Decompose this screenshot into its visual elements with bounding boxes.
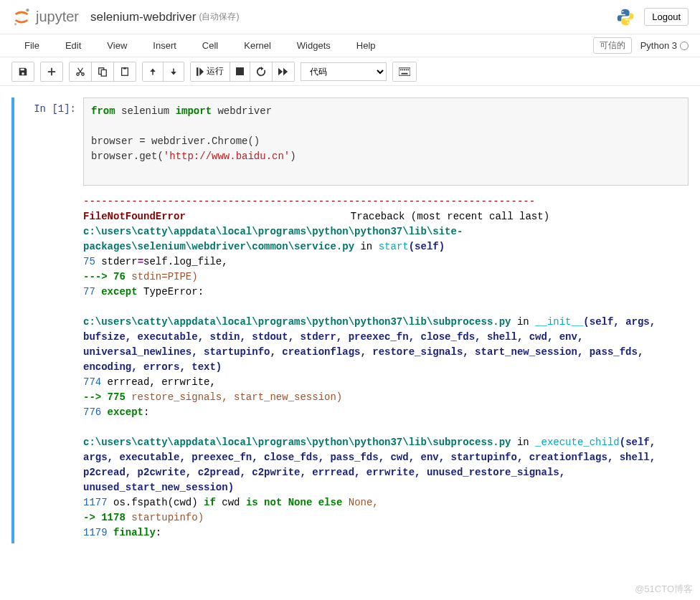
copy-icon	[98, 67, 108, 77]
svg-rect-7	[123, 67, 126, 69]
svg-point-1	[14, 23, 17, 26]
jupyter-icon	[11, 7, 32, 27]
python-icon	[615, 7, 635, 27]
svg-rect-9	[236, 67, 244, 75]
arrow-down-icon	[169, 67, 178, 76]
menu-help[interactable]: Help	[344, 37, 389, 54]
menubar: File Edit View Insert Cell Kernel Widget…	[0, 34, 700, 57]
svg-rect-8	[197, 67, 199, 76]
save-icon	[18, 67, 28, 77]
toolbar: 运行 代码	[0, 57, 700, 86]
cut-icon	[75, 67, 85, 77]
copy-button[interactable]	[92, 62, 114, 81]
input-prompt: In [1]:	[19, 97, 83, 186]
run-button[interactable]: 运行	[191, 62, 230, 81]
move-down-button[interactable]	[164, 62, 184, 81]
add-cell-button[interactable]	[41, 62, 62, 81]
stop-button[interactable]	[230, 62, 250, 81]
restart-button[interactable]	[250, 62, 273, 81]
fast-forward-button[interactable]	[273, 62, 294, 81]
svg-rect-11	[400, 69, 402, 70]
svg-rect-5	[101, 70, 106, 76]
code-input[interactable]: from selenium import webdriver browser =…	[83, 97, 689, 186]
menu-view[interactable]: View	[94, 37, 140, 54]
kernel-name: Python 3	[640, 40, 677, 51]
header: jupyter selenium-webdriver (自动保存) Logout	[0, 0, 700, 34]
svg-rect-14	[406, 69, 407, 70]
trusted-indicator[interactable]: 可信的	[593, 37, 632, 54]
menu-widgets[interactable]: Widgets	[284, 37, 344, 54]
plus-icon	[47, 67, 57, 77]
logout-button[interactable]: Logout	[644, 8, 689, 26]
code-cell[interactable]: In [1]: from selenium import webdriver b…	[11, 97, 689, 543]
svg-rect-13	[404, 69, 405, 70]
menu-file[interactable]: File	[11, 37, 52, 54]
cut-button[interactable]	[70, 62, 92, 81]
move-up-button[interactable]	[143, 62, 164, 81]
svg-rect-12	[402, 69, 403, 70]
brand-text: jupyter	[36, 9, 79, 25]
notebook-area: In [1]: from selenium import webdriver b…	[0, 86, 700, 543]
svg-point-2	[623, 11, 624, 12]
svg-rect-10	[399, 67, 410, 75]
menu-insert[interactable]: Insert	[140, 37, 189, 54]
save-button[interactable]	[12, 62, 34, 81]
jupyter-logo[interactable]: jupyter	[11, 7, 79, 27]
menu-edit[interactable]: Edit	[52, 37, 94, 54]
cell-type-select[interactable]: 代码	[301, 62, 387, 81]
svg-rect-15	[407, 69, 409, 70]
run-icon	[197, 67, 204, 76]
arrow-up-icon	[148, 67, 157, 76]
kernel-status-icon	[680, 42, 689, 50]
paste-button[interactable]	[114, 62, 136, 81]
traceback-output: ----------------------------------------…	[83, 191, 689, 543]
restart-icon	[256, 67, 266, 77]
menu-cell[interactable]: Cell	[189, 37, 231, 54]
notebook-name[interactable]: selenium-webdriver	[90, 10, 196, 24]
run-label: 运行	[207, 65, 224, 77]
paste-icon	[120, 67, 130, 77]
kernel-info[interactable]: Python 3	[640, 40, 689, 51]
autosave-status: (自动保存)	[199, 11, 239, 23]
keyboard-icon	[399, 67, 410, 76]
stop-icon	[236, 67, 244, 75]
svg-point-0	[26, 9, 29, 11]
svg-point-3	[628, 22, 629, 23]
svg-rect-16	[402, 72, 408, 74]
output-area: ----------------------------------------…	[19, 191, 689, 543]
command-palette-button[interactable]	[393, 62, 416, 81]
fast-forward-icon	[278, 67, 288, 76]
menu-kernel[interactable]: Kernel	[231, 37, 284, 54]
